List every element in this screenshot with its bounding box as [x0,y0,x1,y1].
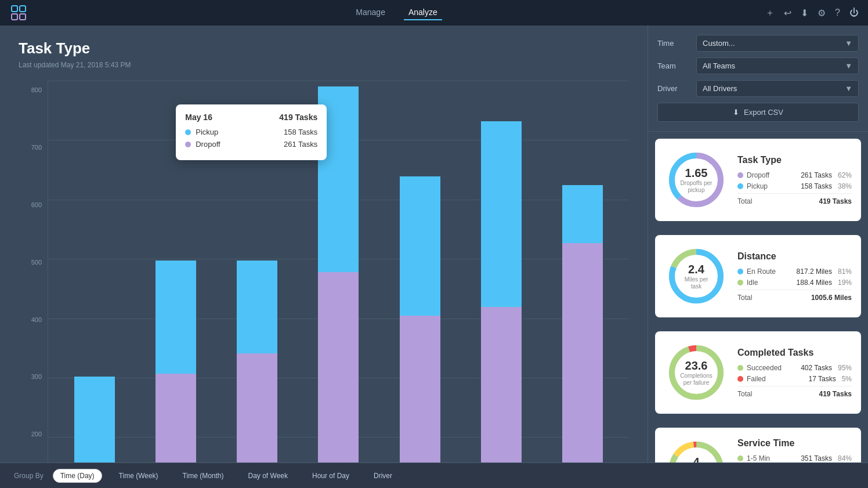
help-icon[interactable]: ? [835,8,840,18]
task-type-label: Dropoffs perpickup [681,180,713,194]
distance-value: 2.4 [685,262,708,276]
filter-section: Time Custom... ▼ Team All Teams ▼ Driver… [648,26,868,132]
service-center: 4 Minutes pertask [681,455,711,462]
export-csv-button[interactable]: ⬇ Export CSV [657,103,859,122]
failed-pct: 5% [842,375,852,383]
completed-value: 23.6 [680,359,713,373]
chart-area: Task Type Last updated May 21, 2018 5:43… [0,26,648,462]
distance-total-value: 1005.6 Miles [811,294,852,302]
groupby-time-month[interactable]: Time (Month) [175,469,232,483]
groupby-label: Group By [14,472,44,480]
groupby-time-day[interactable]: Time (Day) [53,469,102,483]
pickup-stat-pct: 38% [838,182,852,190]
svg-rect-3 [20,14,26,20]
bar-may21[interactable] [559,185,606,462]
pickup-stat-count: 158 Tasks [801,182,832,190]
enroute-pct: 81% [838,268,852,276]
completed-row: 23.6 Completionsper failure Completed Ta… [664,341,852,404]
completed-total-value: 419 Tasks [819,390,852,398]
completed-center: 23.6 Completionsper failure [680,359,713,386]
team-filter-select[interactable]: All Teams ▼ [696,57,859,74]
team-filter-label: Team [657,62,689,70]
task-type-title: Task Type [737,155,852,165]
tooltip-date: May 16 [185,113,212,122]
completed-details: Completed Tasks Succeeded 402 Tasks 95% … [737,348,852,398]
task-type-card: 1.65 Dropoffs perpickup Task Type Dropof… [655,139,861,221]
svg-rect-1 [20,6,26,12]
succeeded-count: 402 Tasks [801,364,832,372]
pickup-stat-name: Pickup [747,182,797,190]
bars-row: May 16 419 Tasks Pickup 158 Tasks [48,81,629,462]
nav-left [9,3,28,22]
failed-count: 17 Tasks [809,375,836,383]
team-select-arrow: ▼ [845,62,852,70]
import-icon[interactable]: ↩ [784,8,791,19]
time-filter-row: Time Custom... ▼ [657,35,859,52]
succeeded-dot [737,365,743,371]
download-icon[interactable]: ⬇ [801,8,808,19]
stat-failed: Failed 17 Tasks 5% [737,375,852,383]
tooltip-pickup-row: Pickup 158 Tasks [185,128,317,136]
service-value: 4 [681,455,711,462]
task-type-details: Task Type Dropoff 261 Tasks 62% Pickup 1… [737,155,852,205]
driver-select-arrow: ▼ [845,84,852,93]
y-label-600: 600 [31,201,42,208]
driver-filter-select[interactable]: All Drivers ▼ [696,80,859,97]
y-label-700: 700 [31,144,42,151]
service-donut: 4 Minutes pertask [664,437,728,462]
driver-filter-row: Driver All Drivers ▼ [657,80,859,97]
enroute-name: En Route [747,268,793,276]
completed-tasks-card: 23.6 Completionsper failure Completed Ta… [655,331,861,414]
groupby-time-week[interactable]: Time (Week) [111,469,166,483]
add-icon[interactable]: ＋ [765,7,775,19]
completed-total: Total 419 Tasks [737,386,852,398]
y-axis: 800 700 600 500 400 300 200 100 0 [19,81,48,462]
bar-may20[interactable] [478,121,525,462]
bar-tooltip: May 16 419 Tasks Pickup 158 Tasks [176,104,327,160]
time-filter-select[interactable]: Custom... ▼ [696,35,859,52]
tooltip-dropoff-row: Dropoff 261 Tasks [185,140,317,149]
1-5min-name: 1-5 Min [747,454,797,462]
failed-name: Failed [747,375,805,383]
groupby-bar: Group By Time (Day) Time (Week) Time (Mo… [0,462,868,488]
y-label-800: 800 [31,86,42,93]
task-type-total-label: Total [737,197,752,205]
succeeded-pct: 95% [838,364,852,372]
enroute-dot [737,269,743,274]
export-icon: ⬇ [733,108,739,117]
stat-enroute: En Route 817.2 Miles 81% [737,268,852,276]
nav-analyze[interactable]: Analyze [404,5,442,20]
driver-filter-value: All Drivers [703,84,737,93]
idle-name: Idle [747,279,793,287]
service-details: Service Time 1-5 Min 351 Tasks 84% 5-10 … [737,438,852,462]
bar-may15[interactable] [71,377,118,462]
time-filter-label: Time [657,39,689,48]
tooltip-header: May 16 419 Tasks [185,113,317,122]
logo[interactable] [9,3,28,22]
idle-dot [737,280,743,285]
nav-manage[interactable]: Manage [351,5,390,20]
bar-may16[interactable] [153,261,199,462]
nav-right: ＋ ↩ ⬇ ⚙ ? ⏻ [765,7,859,19]
completed-title: Completed Tasks [737,348,852,358]
failed-dot [737,376,743,382]
bar-may19[interactable] [397,176,443,462]
groupby-day-of-week[interactable]: Day of Week [241,469,295,483]
stat-succeeded: Succeeded 402 Tasks 95% [737,364,852,372]
bars-area: May 16 419 Tasks Pickup 158 Tasks [48,81,629,462]
driver-filter-label: Driver [657,84,689,93]
settings-icon[interactable]: ⚙ [818,8,826,19]
groupby-hour-of-day[interactable]: Hour of Day [305,469,357,483]
task-type-center: 1.65 Dropoffs perpickup [681,166,713,194]
logout-icon[interactable]: ⏻ [849,8,859,18]
task-type-donut: 1.65 Dropoffs perpickup [664,148,728,212]
svg-rect-2 [12,14,17,20]
1-5min-count: 351 Tasks [801,454,832,462]
tooltip-dropoff-dot [185,142,191,147]
groupby-driver[interactable]: Driver [366,469,400,483]
completed-label: Completionsper failure [680,373,713,386]
y-label-400: 400 [31,316,42,323]
bar-may17[interactable] [234,261,280,462]
top-nav: Manage Analyze ＋ ↩ ⬇ ⚙ ? ⏻ [0,0,868,26]
succeeded-name: Succeeded [747,364,797,372]
